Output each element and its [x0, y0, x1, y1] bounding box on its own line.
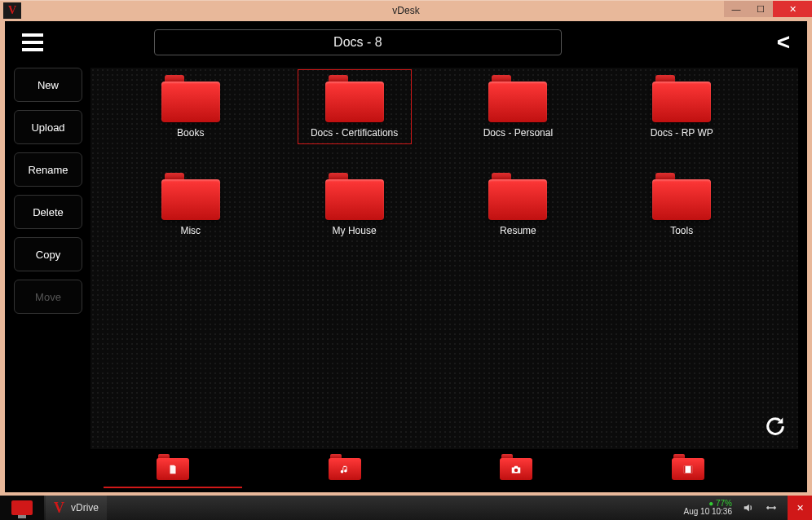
breadcrumb-label: Docs - 8 [333, 35, 382, 50]
window-title: vDesk [392, 5, 419, 16]
folder-grid-area: BooksDocs - CertificationsDocs - Persona… [90, 68, 798, 449]
folder-label: Docs - RP WP [651, 127, 713, 139]
camera-folder-icon [500, 454, 532, 480]
breadcrumb[interactable]: Docs - 8 [154, 29, 562, 55]
app-icon: V [3, 2, 21, 19]
folder-item[interactable]: Resume [461, 167, 575, 242]
app-window: Docs - 8 < NewUploadRenameDeleteCopyMove… [5, 21, 807, 492]
monitor-icon [11, 500, 33, 515]
start-button[interactable] [0, 496, 44, 520]
category-tabs [6, 449, 806, 491]
refresh-icon [764, 415, 787, 438]
taskbar: V vDrive ● 77% Aug 10 10:36 ✕ [0, 496, 812, 520]
folder-icon [488, 173, 547, 220]
copy-button[interactable]: Copy [14, 237, 82, 271]
sidebar: NewUploadRenameDeleteCopyMove [14, 68, 82, 449]
folder-item[interactable]: Tools [624, 167, 739, 242]
main-area: NewUploadRenameDeleteCopyMove BooksDocs … [6, 63, 806, 449]
folder-label: Books [177, 127, 204, 139]
window-controls: — ☐ ✕ [724, 1, 812, 17]
folder-item[interactable]: Docs - Personal [461, 69, 575, 144]
close-button[interactable]: ✕ [773, 1, 812, 17]
folder-icon [652, 75, 711, 122]
document-folder-icon [157, 454, 189, 480]
upload-button[interactable]: Upload [14, 110, 82, 144]
category-tab-document[interactable] [152, 451, 193, 485]
back-button[interactable]: < [777, 29, 790, 55]
folder-icon [325, 75, 384, 122]
folder-item[interactable]: Docs - Certifications [298, 69, 412, 144]
fullscreen-icon[interactable] [765, 501, 778, 514]
folder-label: Docs - Certifications [311, 127, 398, 139]
folder-icon [488, 75, 547, 122]
folder-item[interactable]: Docs - RP WP [624, 69, 739, 144]
minimize-button[interactable]: — [724, 1, 748, 17]
rename-button[interactable]: Rename [14, 152, 82, 187]
titlebar: V vDesk — ☐ ✕ [0, 0, 812, 20]
system-tray: ● 77% Aug 10 10:36 ✕ [684, 496, 813, 520]
folder-label: Tools [670, 225, 693, 236]
hamburger-menu-icon[interactable] [22, 30, 46, 55]
folder-icon [161, 173, 220, 220]
folder-label: My House [333, 225, 377, 236]
category-tab-camera[interactable] [496, 451, 536, 485]
svg-point-0 [514, 468, 518, 471]
svg-rect-3 [691, 465, 692, 473]
move-button: Move [14, 280, 82, 314]
clock: Aug 10 10:36 [684, 508, 733, 516]
refresh-button[interactable] [764, 415, 787, 438]
folder-label: Resume [500, 225, 536, 236]
app-v-icon: V [54, 500, 64, 517]
category-tab-music[interactable] [324, 451, 365, 485]
folder-item[interactable]: Books [134, 69, 248, 144]
taskbar-app-label: vDrive [71, 502, 99, 513]
folder-item[interactable]: My House [298, 167, 412, 242]
delete-button[interactable]: Delete [14, 195, 82, 229]
folder-label: Misc [180, 225, 201, 236]
category-tab-video[interactable] [668, 451, 708, 485]
new-button[interactable]: New [14, 68, 82, 102]
maximize-button[interactable]: ☐ [748, 1, 773, 17]
svg-rect-2 [684, 465, 686, 473]
music-folder-icon [329, 454, 361, 480]
folder-item[interactable]: Misc [134, 167, 248, 242]
folder-label: Docs - Personal [483, 127, 553, 139]
battery-indicator[interactable]: ● 77% Aug 10 10:36 [684, 500, 733, 516]
topbar: Docs - 8 < [6, 22, 806, 63]
folder-icon [652, 173, 711, 220]
folder-icon [325, 173, 384, 220]
video-folder-icon [672, 454, 704, 480]
folder-icon [161, 75, 220, 122]
tray-close-button[interactable]: ✕ [788, 496, 812, 520]
volume-icon[interactable] [742, 501, 755, 514]
taskbar-app-button[interactable]: V vDrive [46, 496, 107, 520]
